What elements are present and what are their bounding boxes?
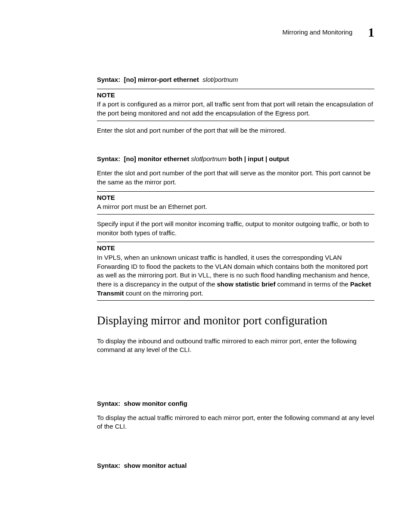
page: Mirroring and Monitoring 1 Syntax: [no] …: [0, 0, 411, 532]
syntax-line-3: Syntax: show monitor config: [97, 399, 374, 408]
running-header: Mirroring and Monitoring 1: [37, 26, 374, 39]
note-body: A mirror port must be an Ethernet port.: [97, 202, 374, 212]
note-2: NOTE A mirror port must be an Ethernet p…: [97, 191, 374, 215]
section-heading: Displaying mirror and monitor port confi…: [97, 313, 374, 329]
paragraph-3: Specify input if the port will monitor i…: [97, 220, 374, 237]
note-bold: show statistic brief: [217, 280, 276, 288]
paragraph-2: Enter the slot and port number of the po…: [97, 169, 374, 187]
syntax-label: Syntax:: [97, 155, 120, 162]
syntax-label: Syntax:: [97, 400, 120, 407]
note-text: count on the mirroring port.: [124, 289, 203, 297]
spacer: [97, 355, 374, 399]
syntax-label: Syntax:: [97, 76, 120, 83]
syntax-cmd: show monitor config: [124, 400, 188, 407]
syntax-tail: both | input | output: [228, 155, 289, 162]
header-title: Mirroring and Monitoring: [282, 28, 352, 37]
note-label: NOTE: [97, 91, 374, 100]
syntax-line-2: Syntax: [no] monitor ethernet slot/portn…: [97, 155, 374, 164]
syntax-label: Syntax:: [97, 462, 120, 469]
paragraph-1: Enter the slot and port number of the po…: [97, 126, 374, 135]
note-body: In VPLS, when an unknown unicast traffic…: [97, 253, 374, 298]
note-body: If a port is configured as a mirror port…: [97, 100, 374, 118]
note-1: NOTE If a port is configured as a mirror…: [97, 89, 374, 121]
syntax-cmd: [no] mirror-port ethernet: [124, 76, 199, 83]
chapter-number: 1: [368, 26, 374, 39]
note-3: NOTE In VPLS, when an unknown unicast tr…: [97, 242, 374, 301]
note-label: NOTE: [97, 193, 374, 202]
syntax-line-1: Syntax: [no] mirror-port ethernet slot/p…: [97, 75, 374, 84]
syntax-var: slot/portnum: [202, 76, 238, 83]
syntax-var: slot: [191, 155, 201, 162]
note-text: command in terms of the: [275, 280, 350, 288]
syntax-cmd: [no] monitor ethernet: [124, 155, 190, 162]
syntax-var: portnum: [203, 155, 227, 162]
syntax-line-4: Syntax: show monitor actual: [97, 461, 374, 470]
syntax-cmd: show monitor actual: [124, 462, 187, 469]
note-label: NOTE: [97, 244, 374, 253]
spacer: [97, 431, 374, 461]
paragraph-5: To display the actual traffic mirrored t…: [97, 414, 374, 431]
content-area: Syntax: [no] mirror-port ethernet slot/p…: [97, 75, 374, 470]
paragraph-4: To display the inbound and outbound traf…: [97, 337, 374, 355]
